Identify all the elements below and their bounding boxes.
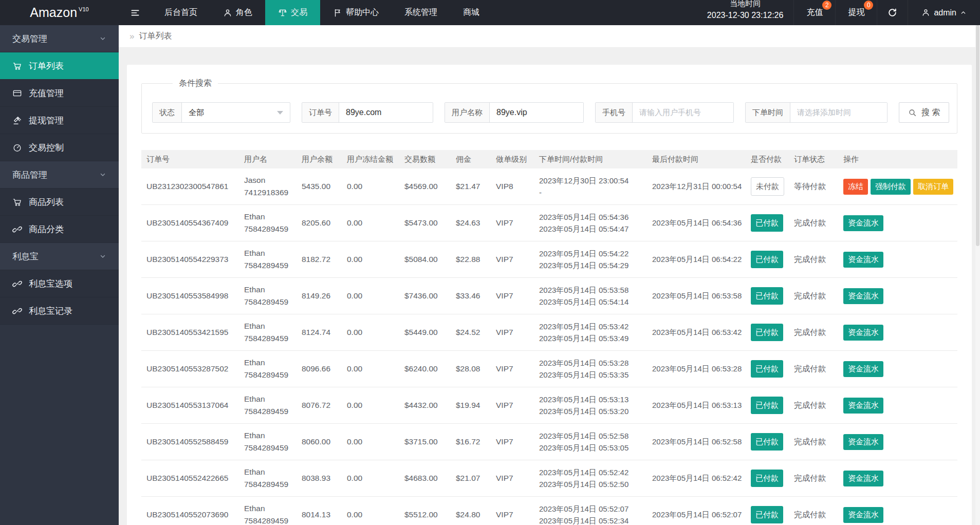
action-button-primary[interactable]: 资金流水 bbox=[843, 215, 883, 231]
level-cell: VIP7 bbox=[491, 472, 534, 484]
action-button-primary[interactable]: 资金流水 bbox=[843, 434, 883, 450]
sidebar-group-5[interactable]: 商品管理 bbox=[0, 161, 119, 189]
username-label: 用户名称 bbox=[445, 103, 490, 122]
nav-item-1[interactable]: 角色 bbox=[210, 0, 265, 25]
nav-item-4[interactable]: 系统管理 bbox=[392, 0, 450, 25]
action-button-primary[interactable]: 强制付款 bbox=[871, 179, 911, 195]
order-status-cell: 完成付款 bbox=[789, 253, 838, 266]
nav-item-3[interactable]: 帮助中心 bbox=[320, 0, 392, 25]
sidebar-group-8[interactable]: 利息宝 bbox=[0, 243, 119, 270]
user-name: Ethan bbox=[244, 211, 297, 223]
order-no-cell: UB2305140552073690 bbox=[141, 509, 239, 521]
action-button-primary[interactable]: 资金流水 bbox=[843, 507, 883, 523]
level-cell: VIP8 bbox=[491, 180, 534, 193]
order-pay-time-cell: 2023年05月14日 05:53:282023年05月14日 05:53:35 bbox=[534, 357, 647, 381]
sidebar-item-6[interactable]: 商品列表 bbox=[0, 189, 119, 216]
app-logo[interactable]: AmazonV10 bbox=[0, 0, 119, 25]
action-button-primary[interactable]: 资金流水 bbox=[843, 325, 883, 341]
order-pay-time-cell: 2023年05月14日 05:53:422023年05月14日 05:53:49 bbox=[534, 321, 647, 345]
order-pay-time-cell: 2023年05月14日 05:53:132023年05月14日 05:53:20 bbox=[534, 393, 647, 418]
scrollbar-track[interactable] bbox=[975, 25, 980, 525]
commission-cell: $24.63 bbox=[451, 217, 491, 229]
actions-cell: 资金流水 bbox=[838, 361, 957, 377]
pay-status-cell: 已付款 bbox=[746, 470, 789, 486]
nav-item-label: 帮助中心 bbox=[346, 7, 379, 18]
sidebar: 交易管理订单列表充值管理提现管理交易控制商品管理商品列表商品分类利息宝利息宝选项… bbox=[0, 25, 119, 525]
scrollbar-thumb[interactable] bbox=[976, 25, 979, 246]
nav-item-label: 交易 bbox=[291, 7, 307, 18]
action-button-primary[interactable]: 资金流水 bbox=[843, 252, 883, 268]
menu-toggle-button[interactable] bbox=[119, 0, 152, 25]
order-time-input[interactable] bbox=[790, 103, 887, 122]
refresh-button[interactable] bbox=[877, 0, 908, 25]
user-icon bbox=[223, 8, 232, 17]
status-select[interactable]: 全部 bbox=[182, 103, 290, 122]
user-cell: Ethan7584289459 bbox=[239, 284, 297, 308]
actions-cell: 资金流水 bbox=[838, 398, 957, 414]
sidebar-item-1[interactable]: 订单列表 bbox=[0, 52, 119, 80]
search-fieldset: 条件搜索 状态 全部 订单号 用户名称 bbox=[141, 78, 957, 134]
commission-cell: $28.08 bbox=[451, 363, 491, 375]
table-row: UB2305140552588459Ethan75842894598060.00… bbox=[141, 424, 957, 460]
frozen-cell: 0.00 bbox=[342, 253, 399, 266]
status-filter: 状态 全部 bbox=[152, 102, 290, 123]
order-pay-time-cell: 2023年05月14日 05:54:222023年05月14日 05:54:29 bbox=[534, 248, 647, 272]
action-button-primary[interactable]: 资金流水 bbox=[843, 398, 883, 414]
pay-status-badge: 已付款 bbox=[751, 433, 783, 450]
column-header-2: 用户余额 bbox=[297, 155, 342, 164]
sidebar-item-9[interactable]: 利息宝选项 bbox=[0, 270, 119, 297]
frozen-cell: 0.00 bbox=[342, 399, 399, 411]
nav-item-5[interactable]: 商城 bbox=[450, 0, 492, 25]
sidebar-item-2[interactable]: 充值管理 bbox=[0, 80, 119, 107]
link-icon bbox=[12, 224, 22, 234]
actions-cell: 资金流水 bbox=[838, 252, 957, 268]
nav-item-2[interactable]: 交易 bbox=[265, 0, 320, 25]
sidebar-item-10[interactable]: 利息宝记录 bbox=[0, 297, 119, 325]
chevron-icon bbox=[99, 171, 106, 178]
caret-up-icon bbox=[960, 9, 967, 16]
recharge-badge: 2 bbox=[822, 1, 831, 10]
sidebar-item-4[interactable]: 交易控制 bbox=[0, 134, 119, 161]
user-account: 7412918369 bbox=[244, 186, 297, 199]
pay-status-badge: 未付款 bbox=[751, 177, 784, 195]
search-button[interactable]: 搜 索 bbox=[899, 102, 949, 123]
action-button-primary[interactable]: 资金流水 bbox=[843, 471, 883, 486]
user-menu[interactable]: admin bbox=[908, 0, 980, 25]
flag-icon bbox=[333, 8, 342, 17]
amount-cell: $4569.00 bbox=[399, 180, 451, 193]
column-header-11: 操作 bbox=[838, 155, 957, 164]
sidebar-item-7[interactable]: 商品分类 bbox=[0, 216, 119, 243]
last-pay-time-cell: 2023年05月14日 06:53:28 bbox=[647, 363, 746, 374]
refresh-icon bbox=[887, 8, 897, 17]
pay-status-cell: 已付款 bbox=[746, 251, 789, 268]
column-header-9: 是否付款 bbox=[746, 155, 789, 164]
amount-cell: $4683.00 bbox=[399, 472, 451, 484]
nav-menu: 后台首页角色交易帮助中心系统管理商城 bbox=[152, 0, 492, 25]
withdraw-link[interactable]: 提现 0 bbox=[835, 0, 877, 25]
user-name: Ethan bbox=[244, 247, 297, 259]
action-button-danger[interactable]: 冻结 bbox=[843, 179, 868, 195]
username-input[interactable] bbox=[490, 103, 583, 122]
gavel-icon bbox=[12, 116, 22, 125]
search-button-label: 搜 索 bbox=[921, 107, 940, 118]
pay-status-cell: 已付款 bbox=[746, 287, 789, 304]
order-no-cell: UB2305140552422665 bbox=[141, 472, 239, 484]
action-button-primary[interactable]: 资金流水 bbox=[843, 288, 883, 304]
recharge-link[interactable]: 充值 2 bbox=[793, 0, 835, 25]
action-button-warning[interactable]: 取消订单 bbox=[913, 179, 953, 195]
status-select-value: 全部 bbox=[189, 108, 204, 118]
balance-cell: 8038.93 bbox=[297, 472, 342, 484]
order-no-cell: UB2305140552588459 bbox=[141, 436, 239, 448]
sidebar-group-0[interactable]: 交易管理 bbox=[0, 25, 119, 52]
link-icon bbox=[12, 279, 22, 289]
sidebar-item-3[interactable]: 提现管理 bbox=[0, 107, 119, 134]
level-cell: VIP7 bbox=[491, 509, 534, 521]
nav-item-0[interactable]: 后台首页 bbox=[152, 0, 210, 25]
phone-input[interactable] bbox=[633, 103, 733, 122]
action-button-primary[interactable]: 资金流水 bbox=[843, 361, 883, 377]
user-cell: Ethan7584289459 bbox=[239, 502, 297, 525]
balance-cell: 8124.74 bbox=[297, 326, 342, 339]
pay-status-badge: 已付款 bbox=[751, 251, 783, 268]
balance-cell: 8060.00 bbox=[297, 436, 342, 448]
order-no-input[interactable] bbox=[339, 103, 433, 122]
